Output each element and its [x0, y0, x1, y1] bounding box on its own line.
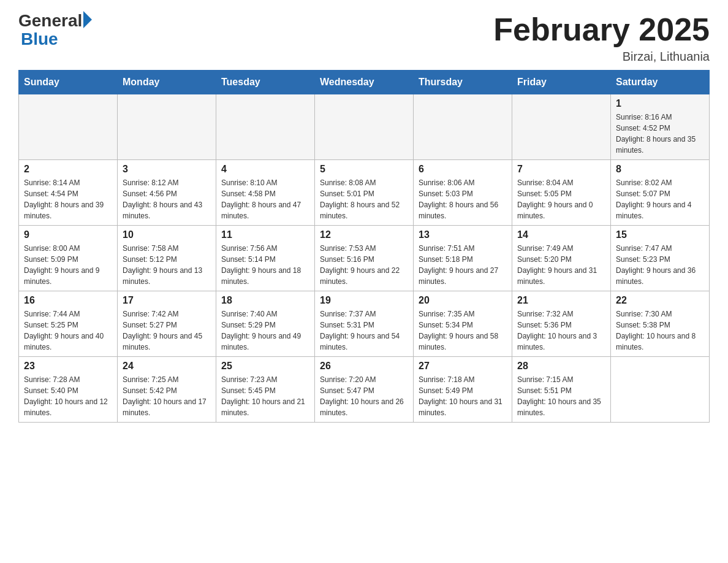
calendar-cell: 19Sunrise: 7:37 AMSunset: 5:31 PMDayligh…: [315, 291, 414, 357]
day-number: 1: [616, 98, 704, 109]
calendar-cell: 5Sunrise: 8:08 AMSunset: 5:01 PMDaylight…: [315, 160, 414, 226]
calendar-cell: 11Sunrise: 7:56 AMSunset: 5:14 PMDayligh…: [216, 226, 315, 291]
day-number: 21: [517, 295, 605, 306]
weekday-header-row: SundayMondayTuesdayWednesdayThursdayFrid…: [19, 71, 710, 94]
calendar-cell: 6Sunrise: 8:06 AMSunset: 5:03 PMDaylight…: [414, 160, 512, 226]
day-number: 9: [24, 229, 112, 240]
title-section: February 2025 Birzai, Lithuania: [493, 12, 710, 64]
day-info: Sunrise: 8:08 AMSunset: 5:01 PMDaylight:…: [320, 177, 408, 221]
calendar-cell: 9Sunrise: 8:00 AMSunset: 5:09 PMDaylight…: [19, 226, 118, 291]
day-number: 18: [221, 295, 309, 306]
day-number: 5: [320, 164, 408, 175]
calendar-cell: 7Sunrise: 8:04 AMSunset: 5:05 PMDaylight…: [512, 160, 611, 226]
day-number: 13: [419, 229, 507, 240]
day-info: Sunrise: 7:42 AMSunset: 5:27 PMDaylight:…: [123, 308, 211, 353]
day-number: 12: [320, 229, 408, 240]
day-info: Sunrise: 7:53 AMSunset: 5:16 PMDaylight:…: [320, 243, 408, 287]
day-info: Sunrise: 7:25 AMSunset: 5:42 PMDaylight:…: [123, 374, 211, 418]
day-info: Sunrise: 7:35 AMSunset: 5:34 PMDaylight:…: [419, 308, 507, 353]
day-info: Sunrise: 7:28 AMSunset: 5:40 PMDaylight:…: [24, 374, 112, 418]
day-number: 16: [24, 295, 112, 306]
calendar-cell: [414, 94, 512, 160]
day-number: 24: [123, 361, 211, 372]
day-number: 25: [221, 361, 309, 372]
day-info: Sunrise: 8:12 AMSunset: 4:56 PMDaylight:…: [123, 177, 211, 221]
day-number: 10: [123, 229, 211, 240]
day-number: 28: [517, 361, 605, 372]
calendar-cell: 16Sunrise: 7:44 AMSunset: 5:25 PMDayligh…: [19, 291, 118, 357]
day-info: Sunrise: 7:51 AMSunset: 5:18 PMDaylight:…: [419, 243, 507, 287]
calendar-cell: 15Sunrise: 7:47 AMSunset: 5:23 PMDayligh…: [611, 226, 710, 291]
calendar-cell: 13Sunrise: 7:51 AMSunset: 5:18 PMDayligh…: [414, 226, 512, 291]
calendar-cell: 12Sunrise: 7:53 AMSunset: 5:16 PMDayligh…: [315, 226, 414, 291]
week-row-2: 2Sunrise: 8:14 AMSunset: 4:54 PMDaylight…: [19, 160, 710, 226]
week-row-1: 1Sunrise: 8:16 AMSunset: 4:52 PMDaylight…: [19, 94, 710, 160]
calendar-cell: 27Sunrise: 7:18 AMSunset: 5:49 PMDayligh…: [414, 357, 512, 423]
calendar-cell: 26Sunrise: 7:20 AMSunset: 5:47 PMDayligh…: [315, 357, 414, 423]
day-number: 8: [616, 164, 704, 175]
calendar-table: SundayMondayTuesdayWednesdayThursdayFrid…: [18, 70, 710, 423]
calendar-cell: 8Sunrise: 8:02 AMSunset: 5:07 PMDaylight…: [611, 160, 710, 226]
location: Birzai, Lithuania: [493, 50, 710, 64]
calendar-cell: [315, 94, 414, 160]
page-header: General Blue February 2025 Birzai, Lithu…: [18, 12, 710, 64]
weekday-header-tuesday: Tuesday: [216, 71, 315, 94]
weekday-header-wednesday: Wednesday: [315, 71, 414, 94]
calendar-cell: 17Sunrise: 7:42 AMSunset: 5:27 PMDayligh…: [118, 291, 216, 357]
day-number: 20: [419, 295, 507, 306]
logo-text: General: [18, 12, 92, 29]
day-info: Sunrise: 7:49 AMSunset: 5:20 PMDaylight:…: [517, 243, 605, 287]
day-info: Sunrise: 7:20 AMSunset: 5:47 PMDaylight:…: [320, 374, 408, 418]
calendar-cell: 10Sunrise: 7:58 AMSunset: 5:12 PMDayligh…: [118, 226, 216, 291]
calendar-cell: 3Sunrise: 8:12 AMSunset: 4:56 PMDaylight…: [118, 160, 216, 226]
calendar-cell: 28Sunrise: 7:15 AMSunset: 5:51 PMDayligh…: [512, 357, 611, 423]
day-info: Sunrise: 7:44 AMSunset: 5:25 PMDaylight:…: [24, 308, 112, 353]
logo-arrow-icon: [83, 11, 92, 28]
day-number: 15: [616, 229, 704, 240]
calendar-cell: 21Sunrise: 7:32 AMSunset: 5:36 PMDayligh…: [512, 291, 611, 357]
calendar-cell: 4Sunrise: 8:10 AMSunset: 4:58 PMDaylight…: [216, 160, 315, 226]
calendar-cell: [512, 94, 611, 160]
day-number: 22: [616, 295, 704, 306]
day-info: Sunrise: 8:14 AMSunset: 4:54 PMDaylight:…: [24, 177, 112, 221]
calendar-cell: 24Sunrise: 7:25 AMSunset: 5:42 PMDayligh…: [118, 357, 216, 423]
week-row-4: 16Sunrise: 7:44 AMSunset: 5:25 PMDayligh…: [19, 291, 710, 357]
day-number: 14: [517, 229, 605, 240]
logo-line2: Blue: [18, 29, 58, 49]
calendar-cell: 23Sunrise: 7:28 AMSunset: 5:40 PMDayligh…: [19, 357, 118, 423]
day-info: Sunrise: 7:56 AMSunset: 5:14 PMDaylight:…: [221, 243, 309, 287]
calendar-cell: 2Sunrise: 8:14 AMSunset: 4:54 PMDaylight…: [19, 160, 118, 226]
day-info: Sunrise: 7:30 AMSunset: 5:38 PMDaylight:…: [616, 308, 704, 353]
day-number: 11: [221, 229, 309, 240]
calendar-cell: 18Sunrise: 7:40 AMSunset: 5:29 PMDayligh…: [216, 291, 315, 357]
calendar-cell: [611, 357, 710, 423]
weekday-header-sunday: Sunday: [19, 71, 118, 94]
weekday-header-friday: Friday: [512, 71, 611, 94]
day-number: 27: [419, 361, 507, 372]
day-info: Sunrise: 7:23 AMSunset: 5:45 PMDaylight:…: [221, 374, 309, 418]
calendar-cell: 1Sunrise: 8:16 AMSunset: 4:52 PMDaylight…: [611, 94, 710, 160]
day-number: 3: [123, 164, 211, 175]
day-info: Sunrise: 7:47 AMSunset: 5:23 PMDaylight:…: [616, 243, 704, 287]
day-info: Sunrise: 8:10 AMSunset: 4:58 PMDaylight:…: [221, 177, 309, 221]
calendar-cell: 14Sunrise: 7:49 AMSunset: 5:20 PMDayligh…: [512, 226, 611, 291]
calendar-cell: 22Sunrise: 7:30 AMSunset: 5:38 PMDayligh…: [611, 291, 710, 357]
day-number: 7: [517, 164, 605, 175]
day-info: Sunrise: 7:40 AMSunset: 5:29 PMDaylight:…: [221, 308, 309, 353]
week-row-5: 23Sunrise: 7:28 AMSunset: 5:40 PMDayligh…: [19, 357, 710, 423]
day-number: 19: [320, 295, 408, 306]
day-info: Sunrise: 7:58 AMSunset: 5:12 PMDaylight:…: [123, 243, 211, 287]
logo: General Blue: [18, 12, 92, 49]
day-info: Sunrise: 8:06 AMSunset: 5:03 PMDaylight:…: [419, 177, 507, 221]
day-number: 2: [24, 164, 112, 175]
day-info: Sunrise: 7:37 AMSunset: 5:31 PMDaylight:…: [320, 308, 408, 353]
day-info: Sunrise: 8:00 AMSunset: 5:09 PMDaylight:…: [24, 243, 112, 287]
day-info: Sunrise: 8:02 AMSunset: 5:07 PMDaylight:…: [616, 177, 704, 221]
day-number: 4: [221, 164, 309, 175]
day-number: 26: [320, 361, 408, 372]
day-number: 23: [24, 361, 112, 372]
day-info: Sunrise: 7:15 AMSunset: 5:51 PMDaylight:…: [517, 374, 605, 418]
calendar-cell: [118, 94, 216, 160]
day-info: Sunrise: 7:18 AMSunset: 5:49 PMDaylight:…: [419, 374, 507, 418]
logo-general: General: [18, 12, 82, 29]
